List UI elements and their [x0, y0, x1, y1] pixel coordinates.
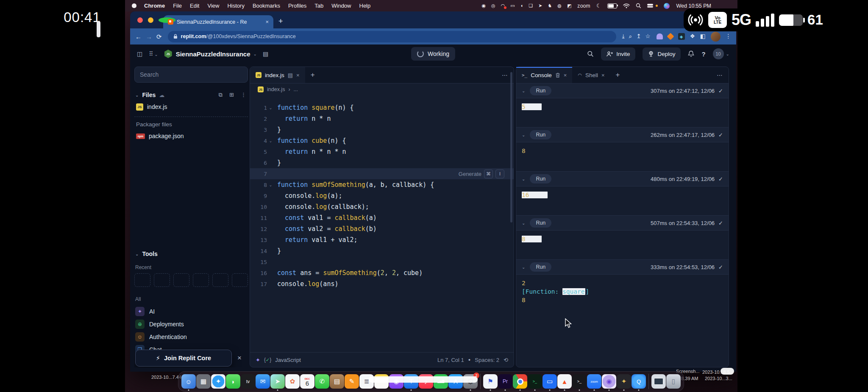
chrome-menu-kebab-icon[interactable]: ⋮ [726, 33, 732, 39]
tab-console[interactable]: >_ Console × [516, 67, 572, 83]
sailboat-app-dock-icon[interactable]: ⚑ [483, 374, 498, 389]
trash-dock-icon[interactable]: ▯ [666, 374, 681, 389]
desktop-file-label[interactable]: 2023-10...3... [705, 376, 732, 381]
console-output-area[interactable]: ⌄Run307ms on 22:47:12, 12/06✓5⌄Run262ms … [516, 83, 729, 367]
run-header[interactable]: ⌄Run333ms on 22:54:53, 12/06✓ [516, 259, 729, 275]
ai-status-icon[interactable]: ✦ [256, 357, 260, 363]
menu-item-profiles[interactable]: Profiles [288, 3, 306, 9]
phone-lock-icon[interactable]: ◖ [520, 3, 523, 8]
file-item-index.js[interactable]: JSindex.js [134, 100, 248, 113]
code-line-7[interactable]: 7Generate⌘I [250, 168, 514, 179]
share-icon[interactable]: ↥ [636, 33, 641, 39]
join-replit-core-button[interactable]: ⚡ Join Replit Core [135, 350, 232, 367]
tab-doc-icon[interactable]: ▤ [288, 72, 293, 78]
collapse-chevron-icon[interactable]: ⌄ [522, 265, 525, 270]
zoom-app-dock-icon[interactable]: zoom [587, 374, 601, 389]
code-editor[interactable]: 1⌄function square(n) {2 return n * n3}4⌄… [250, 95, 514, 352]
run-button[interactable]: Run [530, 86, 551, 95]
quicktime-dock-icon[interactable]: Q [632, 374, 646, 389]
menubar-battery-icon[interactable] [607, 3, 617, 8]
collapse-chevron-icon[interactable]: ⌄ [522, 133, 525, 137]
menu-app-name[interactable]: Chrome [144, 3, 165, 9]
run-header[interactable]: ⌄Run480ms on 22:49:19, 12/06✓ [516, 171, 729, 186]
help-icon[interactable]: ? [701, 50, 705, 58]
files-kebab-icon[interactable]: ⋮ [241, 92, 246, 98]
console-pane-kebab-icon[interactable]: ⋯ [717, 72, 729, 78]
control-center-icon[interactable] [647, 4, 653, 8]
file-item-package.json[interactable]: npmpackage.json [134, 130, 248, 142]
bookmark-star-icon[interactable]: ☆ [645, 33, 651, 39]
extensions-puzzle-icon[interactable]: ❖ [690, 33, 695, 39]
menubar-clock[interactable]: Wed 10:55 PM [676, 3, 711, 9]
swirl-icon[interactable]: ◍ [557, 3, 562, 8]
fold-chevron-icon[interactable]: ⌄ [267, 139, 274, 143]
code-line-4[interactable]: 4⌄function cube(n) { [250, 135, 514, 146]
code-line-9[interactable]: 9 console.log(a); [250, 190, 514, 201]
premiere-pro-dock-icon[interactable]: Pr [498, 374, 512, 389]
menu-item-bookmarks[interactable]: Bookmarks [253, 3, 280, 9]
apple-tv-dock-icon[interactable]: tv [241, 374, 255, 389]
collapse-chevron-icon[interactable]: ⌄ [522, 177, 525, 181]
menu-item-tab[interactable]: Tab [314, 3, 323, 9]
bittorrent-dock-icon[interactable]: ◉ [602, 374, 616, 389]
messages-dock-icon[interactable]: ◗ [226, 374, 240, 389]
clear-console-trash-icon[interactable] [555, 72, 560, 78]
run-button[interactable]: Run [530, 174, 551, 183]
collapse-chevron-icon[interactable]: ⌄ [522, 89, 525, 93]
fold-chevron-icon[interactable]: ⌄ [267, 183, 274, 187]
facetime-dock-icon[interactable]: ✆ [315, 374, 329, 389]
side-panel-icon[interactable]: ◧ [700, 33, 706, 39]
generate-hint[interactable]: Generate⌘I [459, 168, 504, 179]
browser-tab[interactable]: SiennaPuzzledInsurance - Re × [163, 15, 273, 28]
history-icon[interactable]: ⟲ [504, 357, 508, 363]
indent-setting[interactable]: Spaces: 2 [475, 357, 499, 363]
terminal-dock-icon[interactable]: >_ [572, 374, 587, 389]
desktop-file-label[interactable]: 2023-10...7.44 [151, 375, 181, 380]
search-icon[interactable] [587, 50, 594, 57]
reload-button[interactable]: ⟳ [156, 33, 162, 40]
repl-name[interactable]: SiennaPuzzledInsurance [176, 50, 250, 58]
fold-chevron-icon[interactable]: ⌄ [267, 106, 274, 110]
close-tab-icon[interactable]: × [264, 19, 270, 25]
code-line-14[interactable]: 14} [250, 245, 514, 256]
chrome-profile-avatar[interactable] [711, 32, 721, 42]
code-line-17[interactable]: 17console.log(ans) [250, 278, 514, 289]
calendar-dock-icon[interactable]: DEC6 [300, 374, 314, 389]
back-button[interactable]: ← [135, 33, 142, 40]
pill-icon[interactable]: ▭ [510, 3, 515, 8]
user-avatar[interactable]: 10 [713, 48, 724, 59]
page-zoom-icon[interactable]: ⌕ [629, 33, 632, 39]
safari-dock-icon[interactable]: ✦ [211, 374, 225, 389]
code-line-15[interactable]: 15 [250, 256, 514, 267]
wifi-alert-icon[interactable]: ◠ [501, 3, 505, 8]
editor-scrollbar[interactable] [510, 72, 512, 222]
code-line-10[interactable]: 10 console.log(callback); [250, 201, 514, 212]
new-folder-icon[interactable]: ⊞ [229, 92, 234, 98]
zoom-menu-label[interactable]: zoom [577, 3, 590, 9]
collapse-chevron-icon[interactable]: ⌄ [522, 221, 525, 225]
siri-icon[interactable] [664, 3, 670, 9]
code-line-13[interactable]: 13 return val1 + val2; [250, 234, 514, 245]
blue-oval-app-dock-icon[interactable]: ▭ [542, 374, 557, 389]
address-bar[interactable]: replit.com/@100xdevs/SiennaPuzzledInsura… [168, 31, 616, 42]
close-editor-tab-icon[interactable]: × [296, 72, 300, 78]
menu-item-window[interactable]: Window [331, 3, 351, 9]
menu-item-file[interactable]: File [173, 3, 182, 9]
llama-icon[interactable]: ♞ [548, 3, 552, 8]
chrome-dock-icon[interactable] [513, 374, 527, 389]
code-line-12[interactable]: 12 const val2 = callback(b) [250, 223, 514, 234]
apps-grid-icon[interactable]: ⠿ ⌄ [149, 51, 158, 57]
code-line-1[interactable]: 1⌄function square(n) { [250, 102, 514, 113]
code-line-11[interactable]: 11 const val1 = callback(a) [250, 212, 514, 223]
freeform-dock-icon[interactable]: ✎ [345, 374, 359, 389]
react-devtools-extension-icon[interactable]: ◈ [678, 33, 685, 40]
code-line-8[interactable]: 8⌄function sumOfSomething(a, b, callback… [250, 179, 514, 190]
code-line-6[interactable]: 6} [250, 157, 514, 168]
iterm-dock-icon[interactable]: >_ [528, 374, 542, 389]
app-window-icon[interactable]: ❏ [529, 3, 533, 8]
launchpad-dock-icon[interactable]: ▦ [196, 374, 211, 389]
run-header[interactable]: ⌄Run307ms on 22:47:12, 12/06✓ [516, 83, 729, 98]
new-console-tab-button[interactable]: + [610, 71, 626, 79]
tab-index-js[interactable]: JS index.js ▤ × [250, 67, 305, 83]
contacts-dock-icon[interactable]: ▤ [330, 374, 344, 389]
